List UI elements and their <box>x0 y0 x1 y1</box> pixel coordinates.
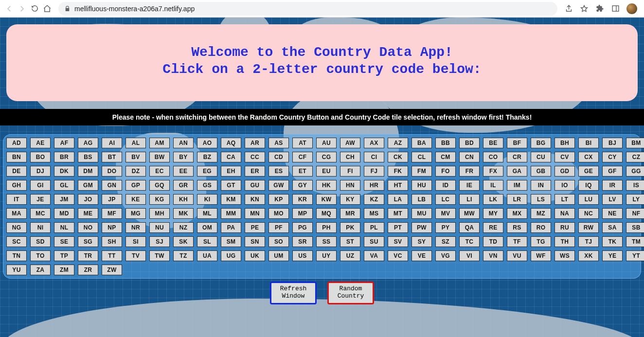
country-tile-lk[interactable]: LK <box>483 194 503 205</box>
country-tile-ec[interactable]: EC <box>149 166 170 177</box>
country-tile-gi[interactable]: GI <box>30 180 51 191</box>
country-tile-ad[interactable]: AD <box>6 138 27 148</box>
country-tile-sd[interactable]: SD <box>30 236 51 247</box>
country-tile-cy[interactable]: CY <box>602 152 623 162</box>
country-tile-cv[interactable]: CV <box>555 152 575 162</box>
country-tile-cl[interactable]: CL <box>411 152 432 162</box>
country-tile-mq[interactable]: MQ <box>316 208 337 219</box>
country-tile-th[interactable]: TH <box>555 236 575 247</box>
country-tile-mm[interactable]: MM <box>221 208 241 219</box>
country-tile-ph[interactable]: PH <box>316 222 337 233</box>
country-tile-er[interactable]: ER <box>245 166 265 177</box>
country-tile-ms[interactable]: MS <box>364 208 384 219</box>
country-tile-do[interactable]: DO <box>102 166 122 177</box>
country-tile-fr[interactable]: FR <box>459 166 480 177</box>
country-tile-fk[interactable]: FK <box>388 166 408 177</box>
panel-icon[interactable] <box>611 4 620 13</box>
country-tile-xk[interactable]: XK <box>578 250 599 261</box>
country-tile-vc[interactable]: VC <box>388 250 408 261</box>
country-tile-bo[interactable]: BO <box>30 152 51 162</box>
country-tile-tt[interactable]: TT <box>102 250 122 261</box>
country-tile-dj[interactable]: DJ <box>30 166 51 177</box>
country-tile-co[interactable]: CO <box>483 152 503 162</box>
country-tile-si[interactable]: SI <box>125 236 146 247</box>
country-tile-nz[interactable]: NZ <box>173 222 194 233</box>
country-tile-to[interactable]: TO <box>30 250 51 261</box>
country-tile-td[interactable]: TD <box>483 236 503 247</box>
country-tile-se[interactable]: SE <box>54 236 74 247</box>
country-tile-cn[interactable]: CN <box>459 152 480 162</box>
country-tile-mf[interactable]: MF <box>102 208 122 219</box>
country-tile-pg[interactable]: PG <box>292 222 313 233</box>
country-tile-ar[interactable]: AR <box>245 138 265 148</box>
country-tile-bw[interactable]: BW <box>149 152 170 162</box>
country-tile-ng[interactable]: NG <box>6 222 27 233</box>
country-tile-as[interactable]: AS <box>268 138 289 148</box>
country-tile-ae[interactable]: AE <box>30 138 51 148</box>
country-tile-cd[interactable]: CD <box>268 152 289 162</box>
country-tile-tk[interactable]: TK <box>602 236 623 247</box>
country-tile-gn[interactable]: GN <box>102 180 122 191</box>
country-tile-bs[interactable]: BS <box>78 152 98 162</box>
country-tile-mg[interactable]: MG <box>125 208 146 219</box>
country-tile-zw[interactable]: ZW <box>102 265 122 275</box>
country-tile-ls[interactable]: LS <box>531 194 551 205</box>
country-tile-ee[interactable]: EE <box>173 166 194 177</box>
country-tile-an[interactable]: AN <box>173 138 194 148</box>
country-tile-ie[interactable]: IE <box>459 180 480 191</box>
country-tile-me[interactable]: ME <box>78 208 98 219</box>
country-tile-bz[interactable]: BZ <box>197 152 217 162</box>
country-tile-gl[interactable]: GL <box>54 180 74 191</box>
country-tile-ax[interactable]: AX <box>364 138 384 148</box>
country-tile-sl[interactable]: SL <box>197 236 217 247</box>
country-tile-pk[interactable]: PK <box>340 222 360 233</box>
country-tile-hk[interactable]: HK <box>316 180 337 191</box>
country-tile-re[interactable]: RE <box>483 222 503 233</box>
country-tile-je[interactable]: JE <box>30 194 51 205</box>
country-tile-hu[interactable]: HU <box>411 180 432 191</box>
country-tile-ag[interactable]: AG <box>78 138 98 148</box>
country-tile-gg[interactable]: GG <box>626 166 644 177</box>
country-tile-gp[interactable]: GP <box>125 180 146 191</box>
country-tile-sg[interactable]: SG <box>78 236 98 247</box>
country-tile-mu[interactable]: MU <box>411 208 432 219</box>
country-tile-lc[interactable]: LC <box>435 194 456 205</box>
country-tile-fi[interactable]: FI <box>340 166 360 177</box>
country-tile-yt[interactable]: YT <box>626 250 644 261</box>
country-tile-na[interactable]: NA <box>555 208 575 219</box>
country-tile-gr[interactable]: GR <box>173 180 194 191</box>
country-tile-gw[interactable]: GW <box>268 180 289 191</box>
country-tile-bf[interactable]: BF <box>507 138 527 148</box>
country-tile-qa[interactable]: QA <box>459 222 480 233</box>
country-tile-ve[interactable]: VE <box>411 250 432 261</box>
country-tile-lu[interactable]: LU <box>578 194 599 205</box>
country-tile-ws[interactable]: WS <box>555 250 575 261</box>
country-tile-nc[interactable]: NC <box>578 208 599 219</box>
country-tile-jo[interactable]: JO <box>78 194 98 205</box>
country-tile-kh[interactable]: KH <box>173 194 194 205</box>
country-tile-mc[interactable]: MC <box>30 208 51 219</box>
country-tile-dk[interactable]: DK <box>54 166 74 177</box>
country-tile-fm[interactable]: FM <box>411 166 432 177</box>
country-tile-bt[interactable]: BT <box>102 152 122 162</box>
country-tile-eh[interactable]: EH <box>221 166 241 177</box>
country-tile-ro[interactable]: RO <box>531 222 551 233</box>
country-tile-gt[interactable]: GT <box>221 180 241 191</box>
star-icon[interactable] <box>580 4 589 13</box>
country-tile-cr[interactable]: CR <box>507 152 527 162</box>
country-tile-aq[interactable]: AQ <box>221 138 241 148</box>
country-tile-ch[interactable]: CH <box>340 152 360 162</box>
country-tile-uy[interactable]: UY <box>316 250 337 261</box>
country-tile-lb[interactable]: LB <box>411 194 432 205</box>
back-icon[interactable] <box>5 4 14 13</box>
avatar[interactable] <box>626 3 637 14</box>
country-tile-pa[interactable]: PA <box>221 222 241 233</box>
country-tile-tn[interactable]: TN <box>6 250 27 261</box>
country-tile-pe[interactable]: PE <box>245 222 265 233</box>
country-tile-om[interactable]: OM <box>197 222 217 233</box>
country-tile-ru[interactable]: RU <box>555 222 575 233</box>
country-tile-sk[interactable]: SK <box>173 236 194 247</box>
country-tile-ai[interactable]: AI <box>102 138 122 148</box>
country-tile-cz[interactable]: CZ <box>626 152 644 162</box>
extensions-icon[interactable] <box>595 4 604 13</box>
